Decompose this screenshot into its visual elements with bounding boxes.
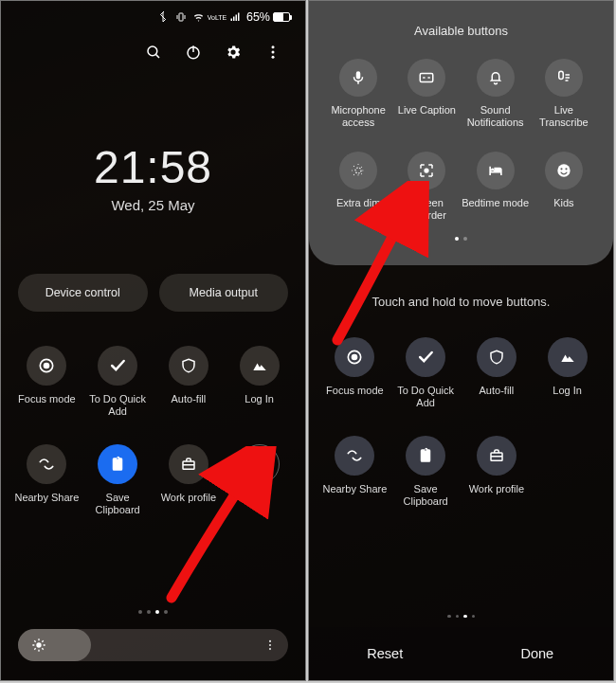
available-buttons-panel: Available buttons Microphone access Live…: [309, 1, 613, 265]
battery-icon: [273, 12, 290, 22]
done-button[interactable]: Done: [462, 627, 614, 680]
ptile-kids[interactable]: Kids: [530, 152, 598, 222]
tile-save-clipboard[interactable]: Save Clipboard: [85, 444, 151, 516]
nearby-share-icon: [335, 436, 374, 476]
settings-gear-icon[interactable]: [224, 43, 243, 62]
power-icon[interactable]: [184, 43, 203, 62]
reset-button[interactable]: Reset: [309, 627, 462, 680]
right-screen: Available buttons Microphone access Live…: [308, 0, 614, 681]
top-icon-row: [1, 33, 305, 62]
tile-save-clipboard[interactable]: Save Clipboard: [393, 436, 459, 508]
tile-log-in[interactable]: Log In: [534, 337, 600, 409]
tile-todo-quick-add[interactable]: To Do Quick Add: [85, 346, 151, 418]
wifi-icon: [192, 10, 206, 24]
ptile-bedtime-mode[interactable]: Bedtime mode: [462, 152, 530, 222]
checkmark-icon: [406, 337, 445, 377]
more-icon[interactable]: [263, 43, 282, 62]
microphone-icon: [339, 59, 377, 97]
tile-focus-mode[interactable]: Focus mode: [14, 346, 80, 418]
svg-point-17: [560, 168, 562, 170]
ptile-screen-recorder[interactable]: Screen recorder: [392, 152, 461, 222]
brightness-icon: [31, 638, 46, 653]
svg-point-9: [36, 642, 41, 647]
panel-title: Available buttons: [309, 24, 613, 38]
svg-point-10: [269, 640, 271, 642]
svg-point-14: [355, 168, 361, 173]
svg-point-16: [557, 164, 570, 176]
bottom-bar: Reset Done: [309, 627, 613, 680]
ptile-microphone-access[interactable]: Microphone access: [324, 59, 392, 129]
search-icon[interactable]: [144, 43, 163, 62]
tile-focus-mode[interactable]: Focus mode: [322, 337, 388, 409]
tile-auto-fill[interactable]: Auto-fill: [464, 337, 530, 409]
media-output-button[interactable]: Media output: [159, 274, 289, 312]
svg-rect-0: [179, 13, 183, 21]
svg-rect-13: [421, 74, 434, 82]
left-screen: VoLTE 65% 21:58 Wed, 25 May Device contr…: [0, 0, 306, 681]
active-tile-grid: Focus mode To Do Quick Add Auto-fill Log…: [309, 337, 613, 508]
svg-point-5: [272, 56, 275, 59]
mountain-icon: [240, 346, 280, 386]
vibrate-icon: [174, 10, 188, 24]
edit-hint: Touch and hold to move buttons.: [309, 295, 613, 309]
ptile-live-transcribe[interactable]: Live Transcribe: [530, 59, 598, 129]
page-indicator: [309, 615, 613, 619]
kids-icon: [545, 152, 583, 189]
tile-label: Log In: [245, 393, 274, 418]
signal-icon: [228, 10, 242, 24]
battery-text: 65%: [246, 10, 270, 24]
svg-point-1: [148, 46, 157, 56]
panel-page-indicator: [309, 237, 613, 241]
panel-grid: Microphone access Live Caption Sound Not…: [309, 59, 613, 222]
clipboard-icon: [98, 444, 137, 484]
svg-point-3: [272, 45, 275, 48]
tile-todo-quick-add[interactable]: To Do Quick Add: [393, 337, 459, 409]
checkmark-icon: [98, 346, 137, 386]
page-indicator: [1, 610, 305, 614]
transcribe-icon: [545, 59, 583, 97]
ptile-extra-dim[interactable]: Extra dim: [324, 152, 392, 222]
focus-mode-icon: [335, 337, 374, 377]
tile-label: Focus mode: [18, 393, 76, 418]
brightness-more-icon[interactable]: [263, 638, 277, 652]
battery-indicator: 65%: [246, 10, 290, 24]
svg-point-18: [565, 168, 567, 170]
bell-icon: [477, 59, 515, 97]
ptile-sound-notifications[interactable]: Sound Notifications: [462, 59, 530, 129]
tile-label: Auto-fill: [172, 393, 207, 418]
tile-label: Save Clipboard: [85, 492, 151, 516]
tile-label: Work profile: [161, 492, 216, 516]
svg-point-4: [272, 51, 275, 54]
mountain-icon: [548, 337, 588, 377]
focus-mode-icon: [27, 346, 66, 386]
device-control-button[interactable]: Device control: [18, 274, 148, 312]
tile-log-in[interactable]: Log In: [226, 346, 292, 418]
clipboard-icon: [406, 436, 445, 476]
svg-point-12: [269, 648, 271, 650]
tile-nearby-share[interactable]: Nearby Share: [322, 436, 388, 508]
tile-nearby-share[interactable]: Nearby Share: [14, 444, 80, 516]
volte-icon: VoLTE: [210, 10, 224, 24]
shield-icon: [477, 337, 516, 377]
svg-point-7: [45, 364, 49, 368]
caption-icon: [408, 59, 445, 97]
shield-icon: [169, 346, 208, 386]
tile-add[interactable]: [226, 444, 292, 516]
briefcase-icon: [477, 436, 516, 476]
status-bar: VoLTE 65%: [1, 1, 305, 33]
bed-icon: [477, 152, 515, 189]
ptile-live-caption[interactable]: Live Caption: [392, 59, 461, 129]
tile-auto-fill[interactable]: Auto-fill: [156, 346, 222, 418]
tile-work-profile[interactable]: Work profile: [156, 444, 222, 516]
clock-block: 21:58 Wed, 25 May: [1, 141, 305, 213]
briefcase-icon: [169, 444, 208, 484]
device-media-row: Device control Media output: [1, 274, 305, 312]
tile-work-profile[interactable]: Work profile: [464, 436, 530, 508]
svg-point-20: [353, 355, 357, 360]
bluetooth-off-icon: [156, 10, 170, 24]
brightness-slider[interactable]: [18, 629, 288, 661]
clock-date: Wed, 25 May: [1, 197, 305, 213]
clock-time: 21:58: [1, 141, 305, 193]
svg-point-15: [426, 169, 429, 172]
tile-label: To Do Quick Add: [85, 393, 151, 418]
